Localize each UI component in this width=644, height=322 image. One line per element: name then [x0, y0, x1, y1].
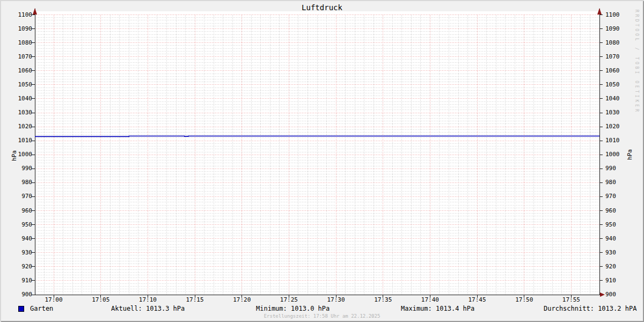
- x-tick-label: 17:35: [364, 297, 402, 303]
- y-tick-label-left: 1040: [0, 96, 32, 102]
- y-tick-label-right: 910: [605, 277, 616, 284]
- y-tick-label-left: 1030: [0, 109, 32, 116]
- y-tick-label-right: 1070: [605, 54, 620, 60]
- plot-canvas: [0, 0, 644, 322]
- series-legend-label: Garten: [30, 305, 53, 313]
- y-tick-label-right: 1030: [605, 109, 620, 116]
- stat-maximum: Maximum: 1013.4 hPa: [401, 305, 474, 313]
- rrdtool-watermark: RRDTOOL / TOBI OETIKER: [634, 10, 639, 114]
- stat-minimum: Minimum: 1013.0 hPa: [256, 305, 330, 313]
- x-tick-label: 17:40: [411, 297, 449, 303]
- y-tick-label-right: 1040: [605, 96, 620, 102]
- y-tick-label-right: 1020: [605, 123, 620, 130]
- stat-aktuell: Aktuell: 1013.3 hPa: [111, 305, 185, 313]
- y-tick-label-left: 1060: [0, 68, 32, 74]
- rrdtool-graph: Luftdruck 900910920930940950960970980990…: [0, 0, 644, 322]
- y-tick-label-right: 1000: [605, 151, 620, 158]
- y-tick-label-right: 1050: [605, 82, 620, 88]
- creation-timestamp: Erstellungszeit: 17:58 Uhr am 22.12.2025: [0, 313, 644, 319]
- y-tick-label-right: 1080: [605, 40, 620, 46]
- y-tick-label-right: 930: [605, 250, 616, 256]
- y-tick-label-left: 1080: [0, 40, 32, 46]
- y-tick-label-right: 1090: [605, 26, 620, 32]
- y-tick-label-right: 990: [605, 165, 616, 172]
- y-tick-label-right: 970: [605, 193, 616, 200]
- series-color-swatch: [18, 306, 24, 312]
- y-axis-unit-left: hPa: [11, 150, 18, 161]
- y-tick-label-right: 1100: [605, 12, 620, 18]
- y-tick-label-right: 940: [605, 236, 616, 242]
- y-tick-label-right: 960: [605, 208, 616, 214]
- y-tick-label-left: 1010: [0, 137, 32, 144]
- x-axis-arrow: [600, 292, 605, 297]
- y-tick-label-left: 990: [0, 165, 32, 172]
- y-tick-label-right: 950: [605, 222, 616, 228]
- y-tick-label-left: 940: [0, 236, 32, 242]
- y-tick-label-left: 1100: [0, 12, 32, 18]
- x-tick-label: 17:15: [176, 297, 214, 303]
- y-tick-label-right: 900: [605, 291, 616, 298]
- x-tick-label: 17:25: [270, 297, 308, 303]
- y-tick-label-left: 960: [0, 208, 32, 214]
- x-tick-label: 17:50: [506, 297, 543, 303]
- x-tick-label: 17:00: [35, 297, 72, 303]
- y-tick-label-right: 1060: [605, 68, 620, 74]
- y-tick-label-left: 1090: [0, 26, 32, 32]
- y-tick-label-right: 920: [605, 264, 616, 270]
- stat-durchschnitt: Durchschnitt: 1013.2 hPA: [544, 305, 636, 313]
- x-tick-label: 17:55: [552, 297, 590, 303]
- y-tick-label-left: 1070: [0, 54, 32, 60]
- y-tick-label-right: 1010: [605, 137, 620, 144]
- x-tick-label: 17:10: [129, 297, 166, 303]
- x-tick-label: 17:45: [458, 297, 496, 303]
- y-tick-label-left: 1050: [0, 82, 32, 88]
- y-tick-label-left: 910: [0, 277, 32, 284]
- x-tick-label: 17:20: [223, 297, 261, 303]
- y-tick-label-left: 900: [0, 291, 32, 298]
- y-tick-label-left: 970: [0, 193, 32, 200]
- series-line-garten: [35, 136, 599, 137]
- y-tick-label-left: 1020: [0, 123, 32, 130]
- x-tick-label: 17:05: [82, 297, 120, 303]
- y-tick-label-left: 920: [0, 264, 32, 270]
- y-axis-unit-right: hPa: [626, 149, 633, 160]
- x-tick-label: 17:30: [317, 297, 355, 303]
- y-tick-label-left: 980: [0, 179, 32, 186]
- y-tick-label-left: 930: [0, 250, 32, 256]
- y-tick-label-right: 980: [605, 179, 616, 186]
- legend-row: Garten Aktuell: 1013.3 hPa Minimum: 1013…: [0, 305, 644, 313]
- y-tick-label-left: 950: [0, 222, 32, 228]
